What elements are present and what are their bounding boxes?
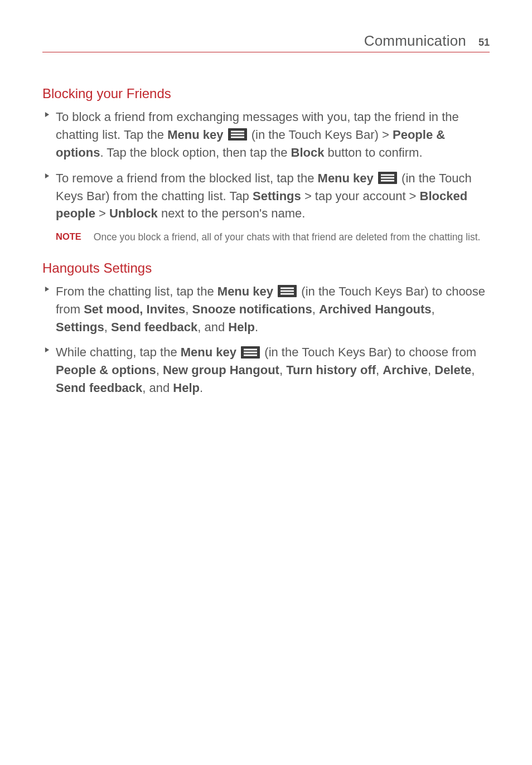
bold-text: Send feedback (111, 320, 197, 334)
body-text: . Tap the block option, then tap the (100, 146, 291, 159)
hangouts-settings-section: Hangouts Settings From the chatting list… (42, 260, 490, 397)
bold-text: Settings (253, 189, 301, 203)
body-text: , (312, 302, 319, 316)
svg-rect-7 (381, 174, 394, 176)
body-text: (in the Touch Keys Bar) to choose from (261, 345, 476, 359)
note-text: Once you block a friend, all of your cha… (94, 230, 490, 244)
bold-text: Archive (383, 363, 428, 377)
page-header: Communication 51 (42, 32, 490, 52)
body-text: While chatting, tap the (56, 345, 181, 359)
menu-key-icon (278, 285, 297, 297)
note-label: NOTE (56, 230, 81, 244)
svg-rect-3 (231, 134, 244, 135)
bullet-item: From the chatting list, tap the Menu key… (42, 283, 490, 336)
svg-rect-14 (280, 293, 294, 295)
body-text: , (185, 302, 192, 316)
triangle-bullet-icon (45, 287, 51, 293)
body-text: , (376, 363, 383, 377)
svg-rect-17 (244, 348, 257, 350)
svg-rect-9 (381, 180, 394, 182)
body-text: next to the person's name. (158, 206, 306, 220)
menu-key-icon (241, 346, 260, 359)
bullet-item: To remove a friend from the blocked list… (42, 170, 490, 223)
note-block: NOTE Once you block a friend, all of you… (42, 230, 490, 244)
body-text: > (95, 206, 109, 220)
body-text: button to confirm. (324, 146, 422, 159)
svg-rect-4 (231, 137, 244, 138)
svg-marker-0 (45, 112, 49, 117)
svg-rect-13 (280, 290, 294, 292)
svg-rect-2 (231, 131, 244, 133)
body-text: , (156, 363, 163, 377)
blocking-friends-section: Blocking your Friends To block a friend … (42, 86, 490, 245)
svg-rect-19 (244, 354, 257, 356)
body-text: , (471, 363, 475, 377)
body-text (374, 171, 377, 185)
body-text: , and (197, 320, 228, 334)
bold-text: Help (173, 381, 200, 395)
body-text: , (432, 302, 435, 316)
bold-text: Turn history off (286, 363, 376, 377)
triangle-bullet-icon (45, 173, 51, 180)
body-text: (in the Touch Keys Bar) > (248, 128, 393, 142)
bullet-item: While chatting, tap the Menu key (in the… (42, 343, 490, 397)
bold-text: Block (291, 146, 325, 159)
body-text: , (279, 363, 286, 377)
heading-hangouts: Hangouts Settings (42, 260, 490, 276)
body-text: From the chatting list, tap the (56, 284, 217, 298)
body-text (236, 345, 240, 359)
bold-text: Archived Hangouts (319, 302, 432, 316)
bold-text: Menu key (318, 171, 374, 185)
bullet-item: To block a friend from exchanging messag… (42, 108, 490, 162)
bold-text: Settings (56, 320, 104, 334)
triangle-bullet-icon (45, 112, 51, 119)
page-number: 51 (478, 37, 490, 49)
bold-text: Menu key (217, 284, 273, 298)
bold-text: Set mood, Invites (84, 302, 185, 316)
body-text (273, 284, 277, 298)
bold-text: New group Hangout (163, 363, 279, 377)
body-text: , (428, 363, 434, 377)
bold-text: Snooze notifications (192, 302, 312, 316)
bold-text: Unblock (109, 206, 158, 220)
menu-key-icon (378, 172, 397, 184)
svg-rect-12 (280, 287, 294, 289)
bold-text: Menu key (181, 345, 236, 359)
bullet-list-a: To block a friend from exchanging messag… (42, 108, 490, 222)
bold-text: People & options (56, 363, 156, 377)
page-body: Communication 51 Blocking your Friends T… (0, 0, 532, 397)
body-text: . (200, 381, 203, 395)
body-text: . (255, 320, 258, 334)
svg-rect-8 (381, 177, 394, 178)
svg-marker-15 (45, 347, 49, 352)
body-text: , and (142, 381, 173, 395)
heading-blocking: Blocking your Friends (42, 86, 490, 101)
triangle-bullet-icon (45, 347, 51, 354)
bold-text: Delete (434, 363, 471, 377)
menu-key-icon (228, 128, 247, 141)
svg-marker-5 (45, 173, 49, 178)
bullet-list-b: From the chatting list, tap the Menu key… (42, 283, 490, 397)
bold-text: Help (228, 320, 255, 334)
body-text: , (104, 320, 111, 334)
svg-rect-18 (244, 351, 257, 353)
section-name: Communication (364, 32, 466, 50)
bold-text: Menu key (167, 128, 223, 142)
bold-text: Send feedback (56, 381, 142, 395)
svg-marker-10 (45, 287, 49, 292)
body-text (223, 128, 226, 142)
body-text: > tap your account > (301, 189, 420, 203)
body-text: To remove a friend from the blocked list… (56, 171, 318, 185)
